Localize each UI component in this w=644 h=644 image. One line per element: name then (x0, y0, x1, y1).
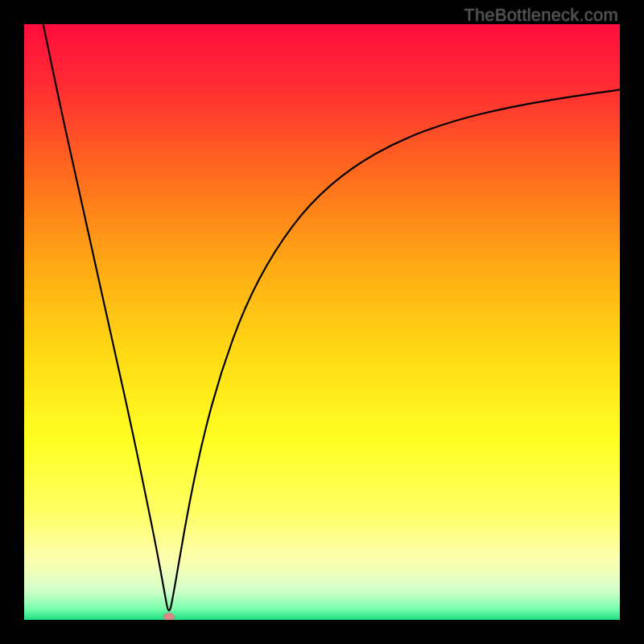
chart-frame (24, 24, 620, 620)
minimum-marker (163, 613, 175, 620)
gradient-background (24, 24, 620, 620)
watermark-text: TheBottleneck.com (464, 5, 618, 26)
bottleneck-chart (24, 24, 620, 620)
